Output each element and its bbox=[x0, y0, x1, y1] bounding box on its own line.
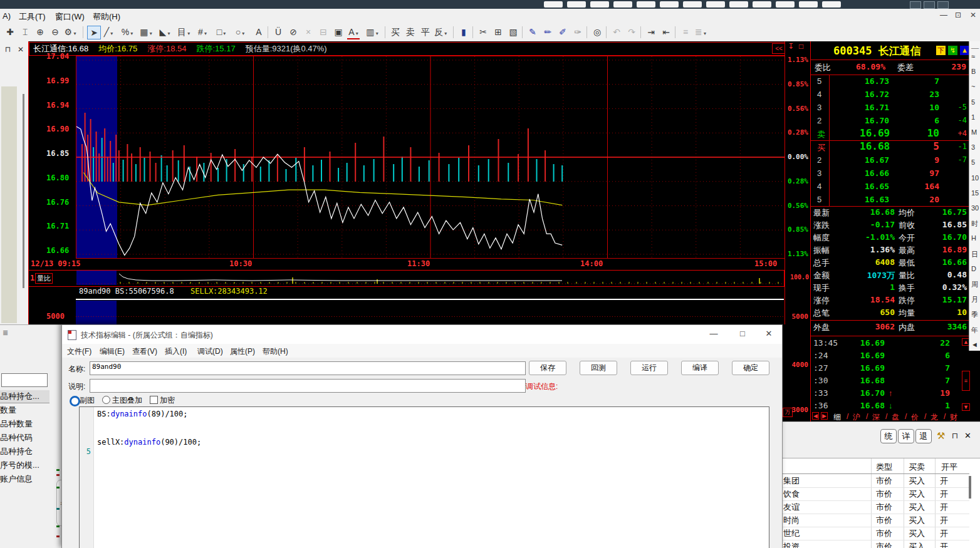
undo-icon[interactable]: ↶ bbox=[610, 26, 623, 38]
tray-button[interactable] bbox=[924, 1, 935, 9]
zoom-out-icon[interactable]: ⊖ bbox=[49, 26, 61, 38]
quick-button[interactable] bbox=[660, 1, 679, 8]
quick-button[interactable] bbox=[613, 1, 632, 8]
buy-button[interactable]: 买 bbox=[389, 26, 402, 38]
menu-item[interactable]: 窗口(W) bbox=[55, 11, 85, 23]
period-item[interactable]: 月 bbox=[971, 295, 980, 304]
save-button[interactable]: 保存 bbox=[529, 361, 566, 375]
align-tool-icon[interactable]: 目 ▾ bbox=[177, 26, 190, 38]
quick-button[interactable] bbox=[799, 1, 818, 8]
scroll-thumb[interactable]: ≡ bbox=[962, 371, 970, 391]
menu-item[interactable]: 工具(T) bbox=[19, 11, 46, 23]
table-row[interactable]: 投资市价买入开 bbox=[781, 540, 969, 548]
maximize-button[interactable]: □ bbox=[733, 329, 752, 338]
quick-button[interactable] bbox=[637, 1, 655, 8]
run-button[interactable]: 运行 bbox=[630, 361, 668, 375]
subchart-radio[interactable] bbox=[70, 396, 80, 406]
tab-right-icon[interactable]: ▶ bbox=[821, 412, 828, 420]
period-item[interactable]: B bbox=[971, 68, 980, 75]
table-scroll-thumb[interactable] bbox=[969, 476, 971, 499]
rect-tool-icon[interactable]: □ ▾ bbox=[215, 26, 227, 38]
confirm-button[interactable]: 确定 bbox=[732, 361, 769, 375]
pin-icon[interactable]: ⊓ bbox=[952, 431, 958, 440]
tray-button[interactable] bbox=[910, 1, 921, 9]
indent-icon[interactable]: ⇥ bbox=[645, 26, 657, 38]
backtest-button[interactable]: 回测 bbox=[580, 361, 617, 375]
window-box-icon[interactable]: □ bbox=[799, 42, 803, 51]
scroll-down-icon[interactable]: ▼ bbox=[962, 403, 970, 411]
delete-icon[interactable]: × bbox=[302, 26, 315, 38]
search-icon[interactable]: ◎ bbox=[591, 26, 603, 38]
pen1-icon[interactable]: ✎ bbox=[526, 26, 539, 38]
dialog-menu-item[interactable]: 插入(I) bbox=[165, 346, 187, 357]
link-icon[interactable]: ⊘ bbox=[287, 26, 300, 38]
mainchart-radio[interactable] bbox=[102, 396, 110, 404]
quick-button[interactable] bbox=[567, 1, 586, 8]
redo-icon[interactable]: ↷ bbox=[625, 26, 638, 38]
pen2-icon[interactable]: ✏ bbox=[541, 26, 554, 38]
sidebar-item[interactable]: 品种数量 bbox=[0, 418, 50, 430]
reverse-button[interactable]: 反 ▾ bbox=[434, 26, 447, 38]
grid-tool-icon[interactable]: # ▾ bbox=[196, 26, 209, 38]
outdent-icon[interactable]: ⇤ bbox=[660, 26, 672, 38]
quick-button[interactable] bbox=[683, 1, 702, 8]
save-style-icon[interactable]: ▥ ▾ bbox=[366, 26, 378, 38]
period-item[interactable]: M bbox=[971, 128, 980, 136]
period-item[interactable]: 30 bbox=[971, 204, 980, 212]
table-row[interactable]: 世纪市价买入开 bbox=[781, 527, 969, 540]
anchor-icon[interactable]: ↧ bbox=[788, 42, 794, 51]
pin-icon[interactable]: ⊓ bbox=[5, 45, 11, 54]
sidebar-item[interactable]: 数量 bbox=[0, 404, 50, 416]
minimize-button[interactable]: — bbox=[704, 329, 723, 338]
compile-button[interactable]: 编译 bbox=[681, 361, 719, 375]
move-icon[interactable]: ✚ bbox=[4, 26, 16, 38]
dialog-menu-item[interactable]: 调试(D) bbox=[197, 346, 223, 357]
hatch-tool-icon[interactable]: ▦ ▾ bbox=[140, 26, 152, 38]
period-item[interactable]: D bbox=[971, 265, 980, 272]
dialog-titlebar[interactable]: 技术指标编辑 - (所属公式组：自编指标) — □ ✕ bbox=[62, 325, 782, 344]
period-item[interactable]: 15 bbox=[971, 189, 980, 197]
period-item[interactable]: 5 bbox=[971, 98, 980, 106]
sidebar-item[interactable]: 品种代码 bbox=[0, 432, 50, 444]
lock-icon[interactable]: ▣ bbox=[332, 26, 345, 38]
close-icon[interactable]: ✕ bbox=[18, 45, 24, 54]
pen3-icon[interactable]: ✐ bbox=[556, 26, 569, 38]
close-button[interactable]: ✕ bbox=[759, 329, 778, 338]
angle-tool-icon[interactable]: ◣ ▾ bbox=[159, 26, 171, 38]
table-row[interactable]: 友谊市价买入开 bbox=[781, 500, 969, 514]
encrypt-checkbox[interactable] bbox=[150, 396, 158, 404]
period-item[interactable]: 时 bbox=[971, 219, 980, 229]
close-icon[interactable]: ✕ bbox=[970, 11, 976, 19]
detail-button[interactable]: 详 bbox=[898, 429, 914, 443]
quick-button[interactable] bbox=[729, 1, 748, 8]
collapse-button[interactable]: << bbox=[772, 43, 786, 54]
tray-button[interactable] bbox=[937, 1, 949, 9]
list1-icon[interactable]: ≡ bbox=[679, 26, 692, 38]
table-row[interactable]: 饮食市价买入开 bbox=[781, 487, 969, 501]
intraday-chart-panel[interactable]: 长江通信:16.68 均价:16.75 涨停:18.54 跌停:15.17 预估… bbox=[28, 41, 811, 324]
line-tool-icon[interactable]: ╱ ▾ bbox=[102, 26, 115, 38]
period-item[interactable]: ~ bbox=[971, 83, 980, 90]
period-item[interactable]: 周 bbox=[971, 280, 980, 289]
name-input[interactable]: 89and90 bbox=[90, 361, 526, 375]
save-icon[interactable]: ▮ bbox=[457, 26, 470, 38]
close-panel-icon[interactable]: ✕ bbox=[964, 431, 971, 440]
sidebar-filter-input[interactable] bbox=[1, 373, 48, 387]
copy-icon[interactable]: ⊞ bbox=[492, 26, 504, 38]
trash-icon[interactable]: ⊟ bbox=[317, 26, 330, 38]
ruler-icon[interactable]: ⌶ bbox=[19, 26, 31, 38]
sidebar-item[interactable]: 品种持仓 bbox=[0, 445, 50, 458]
quick-button[interactable] bbox=[544, 1, 563, 8]
quick-button[interactable] bbox=[753, 1, 771, 8]
menu-item[interactable]: 帮助(H) bbox=[93, 11, 120, 23]
cursor-icon[interactable]: ➤ bbox=[87, 26, 101, 39]
percent-tool-icon[interactable]: % ▾ bbox=[121, 26, 133, 38]
sell-button[interactable]: 卖 bbox=[404, 26, 417, 38]
dialog-menu-item[interactable]: 编辑(E) bbox=[100, 346, 125, 357]
cut-icon[interactable]: ✂ bbox=[477, 26, 489, 38]
dialog-menu-item[interactable]: 帮助(H) bbox=[263, 346, 288, 357]
minimize-icon[interactable]: — bbox=[940, 11, 947, 19]
paste-icon[interactable]: ▧ bbox=[507, 26, 519, 38]
dialog-menu-item[interactable]: 文件(F) bbox=[67, 346, 91, 357]
table-row[interactable]: 时尚市价买入开 bbox=[781, 514, 969, 527]
